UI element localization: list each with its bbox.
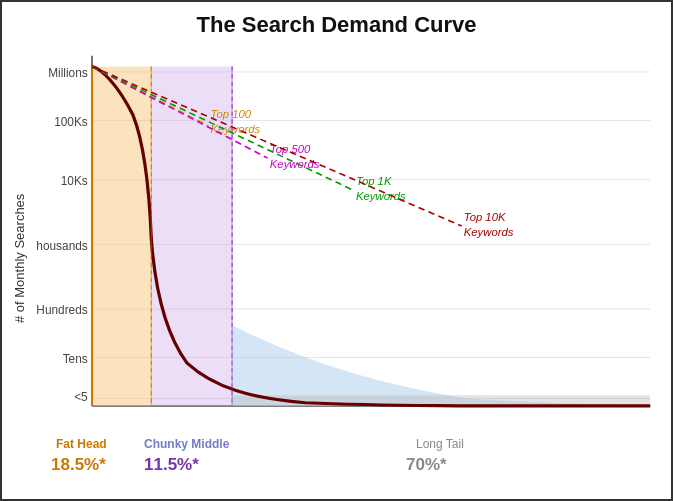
svg-text:Top 100: Top 100 bbox=[211, 108, 252, 120]
chart-svg-area: Millions 100Ks 10Ks Thousands Hundreds T… bbox=[36, 43, 661, 435]
x-labels: Fat Head Chunky Middle Long Tail 18.5%* … bbox=[36, 437, 661, 473]
svg-text:Keywords: Keywords bbox=[464, 226, 514, 238]
long-tail-label: Long Tail bbox=[416, 437, 464, 451]
fat-head-label: Fat Head bbox=[56, 437, 107, 451]
svg-text:Keywords: Keywords bbox=[211, 123, 261, 135]
svg-text:100Ks: 100Ks bbox=[54, 115, 88, 129]
main-svg: Millions 100Ks 10Ks Thousands Hundreds T… bbox=[36, 43, 661, 435]
svg-text:10Ks: 10Ks bbox=[61, 174, 88, 188]
svg-text:Tens: Tens bbox=[63, 352, 88, 366]
y-axis-label: # of Monthly Searches bbox=[12, 43, 32, 473]
chart-area: # of Monthly Searches Millions 100Ks 10K… bbox=[12, 43, 661, 473]
chart-title: The Search Demand Curve bbox=[12, 12, 661, 38]
svg-text:Keywords: Keywords bbox=[270, 158, 320, 170]
long-tail-pct: 70%* bbox=[406, 455, 447, 475]
svg-text:Top 1K: Top 1K bbox=[356, 175, 392, 187]
svg-text:<5: <5 bbox=[74, 390, 88, 404]
chunky-middle-label: Chunky Middle bbox=[144, 437, 229, 451]
chunky-middle-pct: 11.5%* bbox=[144, 455, 199, 475]
fat-head-pct: 18.5%* bbox=[51, 455, 106, 475]
svg-rect-16 bbox=[92, 67, 151, 406]
svg-text:Millions: Millions bbox=[48, 66, 88, 80]
chart-inner: Millions 100Ks 10Ks Thousands Hundreds T… bbox=[36, 43, 661, 473]
svg-text:Thousands: Thousands bbox=[36, 239, 88, 253]
svg-text:Hundreds: Hundreds bbox=[36, 303, 87, 317]
svg-text:Top 10K: Top 10K bbox=[464, 211, 506, 223]
chart-container: The Search Demand Curve # of Monthly Sea… bbox=[0, 0, 673, 501]
